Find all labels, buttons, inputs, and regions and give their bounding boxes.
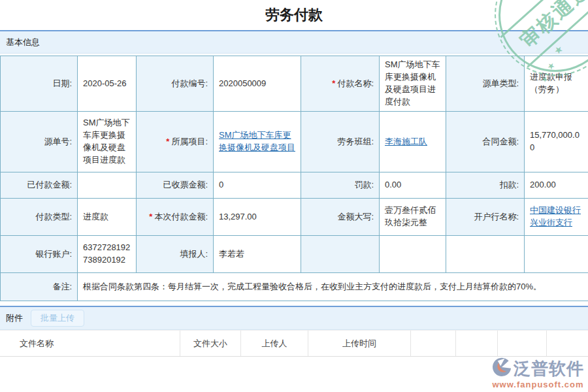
field-value-source-no: SM广场地下车库更换摄像机及硬盘项目进度款 [78,112,137,172]
field-value-labor-team: 李海施工队 [380,112,446,172]
bank-name-link[interactable]: 中国建设银行兴业街支行 [530,204,583,229]
required-star: * [332,78,335,90]
brand-website: www.fanpusoft.com [492,380,583,389]
field-value-invoiced-amount: 0 [214,172,301,199]
fanpu-logo-icon [492,357,512,380]
empty-column [411,331,456,356]
required-star: * [149,211,152,223]
field-value-filler: 李若若 [214,236,301,273]
field-label-labor-team: 劳务班组: [301,112,380,172]
footer-brand: 泛普软件 www.fanpusoft.com [492,357,584,389]
field-label-payment-name: *付款名称: [301,56,380,112]
field-value-current-payment-amount: 13,297.00 [214,199,301,236]
batch-upload-button[interactable]: 批量上传 [31,310,84,327]
empty-value-cell [380,236,446,273]
empty-cell [446,236,525,273]
field-label-source-type: 源单类型: [446,56,525,112]
field-label-current-payment-amount: *本次付款金额: [137,199,214,236]
attachments-table-header: 文件名称 文件大小 上传人 上传时间 [0,330,588,357]
field-label-paid-amount: 已付款金额: [1,172,78,199]
field-value-contract-amount: 15,770,000.00 [525,112,588,172]
field-value-project: SM广场地下车库更换摄像机及硬盘项目 [214,112,301,172]
labor-team-link[interactable]: 李海施工队 [385,136,427,148]
column-uploader: 上传人 [241,331,308,356]
column-file-name: 文件名称 [0,331,180,356]
field-value-paid-amount [78,172,137,199]
field-value-payment-no: 2020050009 [214,56,301,112]
field-label-payment-type: 付款类型: [1,199,78,236]
basic-info-section-header: 基本信息 [0,30,588,54]
field-value-amount-in-words: 壹万叁仟贰佰玖拾柒元整 [380,199,446,236]
field-label-payment-no: 付款编号: [137,56,214,112]
field-label-source-no: 源单号: [1,112,78,172]
field-value-bank-account: 6372728192738920192 [78,236,137,273]
field-label-date: 日期: [1,56,78,112]
column-file-size: 文件大小 [180,331,241,356]
field-label-contract-amount: 合同金额: [446,112,525,172]
empty-cell [525,236,588,273]
field-value-date: 2020-05-26 [78,56,137,112]
attachments-title: 附件 [6,312,23,324]
column-upload-time: 上传时间 [308,331,411,356]
field-value-fine: 0.00 [380,172,446,199]
field-value-remark: 根据合同条款第四条：每月结算一次，完成工程量验收合格后，在收到业主方支付的进度款… [78,273,588,301]
attachments-section-header: 附件 批量上传 [0,306,588,330]
field-label-project: *所属项目: [137,112,214,172]
field-label-filler: 填报人: [137,236,214,273]
field-label-fine: 罚款: [301,172,380,199]
page-title: 劳务付款 [0,5,588,25]
field-value-payment-type: 进度款 [78,199,137,236]
field-label-invoiced-amount: 已收票金额: [137,172,214,199]
field-label-bank-account: 银行账户: [1,236,78,273]
empty-column [456,331,498,356]
empty-column [547,331,588,356]
field-label-bank-name: 开户行名称: [446,199,525,236]
empty-label-cell [301,236,380,273]
field-label-deduction: 扣款: [446,172,525,199]
basic-info-title: 基本信息 [6,37,40,48]
project-link[interactable]: SM广场地下车库更换摄像机及硬盘项目 [219,129,295,154]
field-value-payment-name: SM广场地下车库更换摄像机及硬盘项目进度付款 [380,56,446,112]
field-value-bank-name: 中国建设银行兴业街支行 [525,199,588,236]
field-label-amount-in-words: 金额大写: [301,199,380,236]
field-value-deduction: 200.00 [525,172,588,199]
field-label-remark: 备注: [1,273,78,301]
required-star: * [166,136,169,148]
brand-name: 泛普软件 [514,359,584,378]
payment-form-table: 日期: 2020-05-26 付款编号: 2020050009 *付款名称: S… [0,56,588,301]
empty-column [498,331,547,356]
field-value-source-type: 进度款申报（劳务） [525,56,588,112]
